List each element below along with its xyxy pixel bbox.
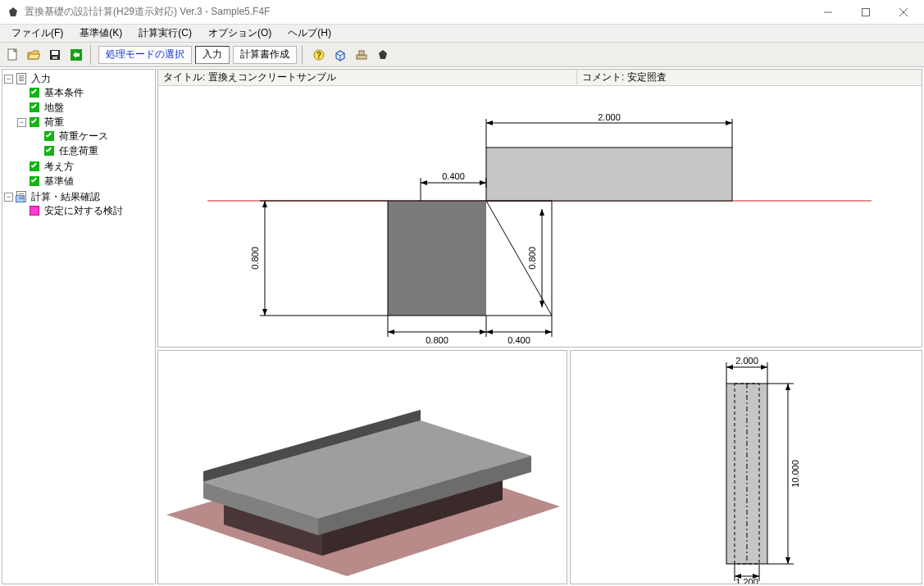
calc-icon: [16, 191, 27, 202]
title-label: タイトル:: [163, 70, 205, 84]
plan-drawing: 2.000 10.000 1.200: [571, 351, 922, 584]
svg-text:10.000: 10.000: [790, 460, 800, 488]
tree-input[interactable]: 入力: [30, 72, 52, 86]
new-button[interactable]: [2, 45, 22, 65]
title-bar: 置換基礎の設計計算(H29道示対応) Ver.3 - Sample5.F4F: [0, 0, 924, 25]
solid-icon[interactable]: [373, 45, 393, 65]
check-icon: [30, 176, 39, 186]
expand-calc[interactable]: −: [4, 193, 13, 202]
check-icon: [44, 146, 54, 156]
svg-rect-7: [52, 57, 57, 59]
svg-text:0.800: 0.800: [527, 247, 537, 270]
window-title: 置換基礎の設計計算(H29道示対応) Ver.3 - Sample5.F4F: [25, 5, 809, 19]
svg-text:0.800: 0.800: [426, 335, 448, 345]
section-view[interactable]: タイトル: 置換えコンクリートサンプル コメント: 安定照査: [157, 69, 922, 348]
expand-input[interactable]: −: [4, 75, 13, 84]
svg-text:2.000: 2.000: [735, 356, 758, 366]
tree-load[interactable]: 荷重: [43, 116, 66, 129]
help-button[interactable]: ?: [309, 45, 329, 65]
iso-view[interactable]: [157, 350, 567, 584]
tree-ground[interactable]: 地盤: [43, 101, 66, 115]
svg-rect-1: [863, 8, 870, 16]
run-button[interactable]: [66, 45, 86, 65]
toolbar: 処理モードの選択 入力 計算書作成 ?: [0, 43, 924, 67]
svg-rect-14: [486, 148, 732, 201]
svg-rect-6: [52, 51, 58, 55]
check-icon: [30, 161, 39, 171]
tree-calcresult[interactable]: 計算・結果確認: [30, 190, 102, 204]
mode-select-label: 処理モードの選択: [98, 46, 192, 64]
plan-view[interactable]: 2.000 10.000 1.200: [570, 350, 922, 584]
mode-report-button[interactable]: 計算書作成: [233, 46, 297, 64]
mode-input-button[interactable]: 入力: [195, 46, 230, 64]
svg-rect-12: [359, 51, 364, 55]
pink-icon: [30, 206, 39, 216]
menu-file[interactable]: ファイル(F): [3, 25, 71, 42]
menu-baseval[interactable]: 基準値(K): [71, 25, 130, 42]
menu-bar: ファイル(F) 基準値(K) 計算実行(C) オプション(O) ヘルプ(H): [0, 25, 924, 43]
box-icon[interactable]: [330, 45, 350, 65]
open-button[interactable]: [24, 45, 43, 65]
svg-marker-15: [388, 201, 486, 316]
close-button[interactable]: [885, 0, 922, 25]
svg-text:2.000: 2.000: [598, 112, 621, 122]
section-icon[interactable]: [352, 45, 371, 65]
expand-load[interactable]: −: [17, 118, 26, 127]
save-button[interactable]: [45, 45, 65, 65]
menu-option[interactable]: オプション(O): [200, 25, 280, 42]
tree-baseval[interactable]: 基準値: [43, 175, 75, 189]
tree-pane[interactable]: − 入力 基本条件 地盤 −荷重 荷重ケース 任意荷重: [2, 69, 156, 584]
tree-concept[interactable]: 考え方: [43, 160, 75, 174]
section-drawing: 2.000 0.400 0.800 0.800 0.800: [158, 86, 921, 347]
tree-stability[interactable]: 安定に対する検討: [43, 204, 125, 218]
doc-icon: [16, 73, 27, 84]
check-icon: [30, 117, 39, 127]
check-icon: [44, 131, 54, 141]
comment-label: コメント:: [582, 70, 624, 84]
svg-text:?: ?: [316, 51, 321, 60]
svg-text:0.400: 0.400: [442, 171, 465, 181]
svg-text:1.200: 1.200: [735, 577, 758, 584]
comment-value: 安定照査: [627, 70, 667, 84]
iso-drawing: [158, 351, 567, 584]
menu-help[interactable]: ヘルプ(H): [280, 25, 339, 42]
svg-text:0.400: 0.400: [508, 335, 530, 345]
tree-loadcase[interactable]: 荷重ケース: [57, 129, 110, 143]
svg-text:0.800: 0.800: [250, 247, 260, 270]
check-icon: [30, 88, 39, 98]
minimize-button[interactable]: [809, 0, 847, 25]
app-icon: [7, 6, 20, 19]
maximize-button[interactable]: [847, 0, 885, 25]
tree-basic[interactable]: 基本条件: [43, 86, 85, 100]
menu-calc[interactable]: 計算実行(C): [130, 25, 200, 42]
check-icon: [30, 102, 39, 112]
tree-anyload[interactable]: 任意荷重: [57, 144, 100, 158]
view-header: タイトル: 置換えコンクリートサンプル コメント: 安定照査: [158, 70, 922, 86]
svg-rect-11: [357, 55, 366, 59]
title-value: 置換えコンクリートサンプル: [208, 70, 336, 84]
